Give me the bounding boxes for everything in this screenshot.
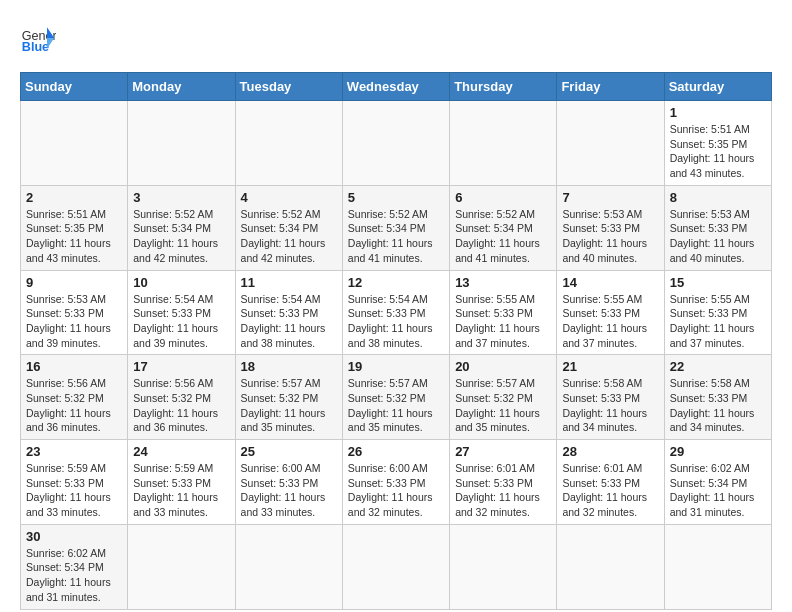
day-info: Sunrise: 5:58 AM Sunset: 5:33 PM Dayligh… [670, 376, 766, 435]
calendar-cell [235, 524, 342, 609]
day-number: 14 [562, 275, 658, 290]
calendar-cell [128, 101, 235, 186]
weekday-header-row: SundayMondayTuesdayWednesdayThursdayFrid… [21, 73, 772, 101]
logo-icon: General Blue [20, 20, 56, 56]
day-number: 16 [26, 359, 122, 374]
calendar-cell: 10Sunrise: 5:54 AM Sunset: 5:33 PM Dayli… [128, 270, 235, 355]
calendar-cell: 6Sunrise: 5:52 AM Sunset: 5:34 PM Daylig… [450, 185, 557, 270]
calendar-cell: 28Sunrise: 6:01 AM Sunset: 5:33 PM Dayli… [557, 440, 664, 525]
day-info: Sunrise: 5:59 AM Sunset: 5:33 PM Dayligh… [133, 461, 229, 520]
day-number: 26 [348, 444, 444, 459]
day-number: 13 [455, 275, 551, 290]
day-number: 3 [133, 190, 229, 205]
day-number: 12 [348, 275, 444, 290]
calendar-week-row: 1Sunrise: 5:51 AM Sunset: 5:35 PM Daylig… [21, 101, 772, 186]
page-header: General Blue [20, 20, 772, 56]
day-number: 22 [670, 359, 766, 374]
calendar-cell: 17Sunrise: 5:56 AM Sunset: 5:32 PM Dayli… [128, 355, 235, 440]
svg-text:Blue: Blue [22, 40, 49, 54]
calendar-header: SundayMondayTuesdayWednesdayThursdayFrid… [21, 73, 772, 101]
day-info: Sunrise: 5:57 AM Sunset: 5:32 PM Dayligh… [455, 376, 551, 435]
weekday-header-tuesday: Tuesday [235, 73, 342, 101]
day-info: Sunrise: 5:52 AM Sunset: 5:34 PM Dayligh… [133, 207, 229, 266]
calendar-cell: 18Sunrise: 5:57 AM Sunset: 5:32 PM Dayli… [235, 355, 342, 440]
day-info: Sunrise: 5:57 AM Sunset: 5:32 PM Dayligh… [241, 376, 337, 435]
day-number: 4 [241, 190, 337, 205]
calendar-cell: 25Sunrise: 6:00 AM Sunset: 5:33 PM Dayli… [235, 440, 342, 525]
calendar-cell [557, 524, 664, 609]
day-info: Sunrise: 6:01 AM Sunset: 5:33 PM Dayligh… [562, 461, 658, 520]
calendar-cell: 30Sunrise: 6:02 AM Sunset: 5:34 PM Dayli… [21, 524, 128, 609]
logo: General Blue [20, 20, 62, 56]
day-number: 21 [562, 359, 658, 374]
day-info: Sunrise: 5:54 AM Sunset: 5:33 PM Dayligh… [348, 292, 444, 351]
calendar-cell: 7Sunrise: 5:53 AM Sunset: 5:33 PM Daylig… [557, 185, 664, 270]
day-info: Sunrise: 5:54 AM Sunset: 5:33 PM Dayligh… [241, 292, 337, 351]
day-number: 25 [241, 444, 337, 459]
calendar-cell [128, 524, 235, 609]
day-info: Sunrise: 5:54 AM Sunset: 5:33 PM Dayligh… [133, 292, 229, 351]
day-number: 2 [26, 190, 122, 205]
day-number: 19 [348, 359, 444, 374]
weekday-header-thursday: Thursday [450, 73, 557, 101]
calendar-cell: 29Sunrise: 6:02 AM Sunset: 5:34 PM Dayli… [664, 440, 771, 525]
calendar-cell: 27Sunrise: 6:01 AM Sunset: 5:33 PM Dayli… [450, 440, 557, 525]
weekday-header-sunday: Sunday [21, 73, 128, 101]
calendar-week-row: 16Sunrise: 5:56 AM Sunset: 5:32 PM Dayli… [21, 355, 772, 440]
day-number: 10 [133, 275, 229, 290]
calendar-cell: 2Sunrise: 5:51 AM Sunset: 5:35 PM Daylig… [21, 185, 128, 270]
calendar-cell [450, 101, 557, 186]
day-number: 7 [562, 190, 658, 205]
day-number: 18 [241, 359, 337, 374]
calendar-cell [235, 101, 342, 186]
calendar-cell: 8Sunrise: 5:53 AM Sunset: 5:33 PM Daylig… [664, 185, 771, 270]
calendar-cell: 22Sunrise: 5:58 AM Sunset: 5:33 PM Dayli… [664, 355, 771, 440]
calendar-table: SundayMondayTuesdayWednesdayThursdayFrid… [20, 72, 772, 610]
calendar-cell: 12Sunrise: 5:54 AM Sunset: 5:33 PM Dayli… [342, 270, 449, 355]
calendar-week-row: 30Sunrise: 6:02 AM Sunset: 5:34 PM Dayli… [21, 524, 772, 609]
day-info: Sunrise: 5:59 AM Sunset: 5:33 PM Dayligh… [26, 461, 122, 520]
calendar-week-row: 23Sunrise: 5:59 AM Sunset: 5:33 PM Dayli… [21, 440, 772, 525]
calendar-cell: 26Sunrise: 6:00 AM Sunset: 5:33 PM Dayli… [342, 440, 449, 525]
calendar-cell: 16Sunrise: 5:56 AM Sunset: 5:32 PM Dayli… [21, 355, 128, 440]
calendar-cell: 24Sunrise: 5:59 AM Sunset: 5:33 PM Dayli… [128, 440, 235, 525]
calendar-body: 1Sunrise: 5:51 AM Sunset: 5:35 PM Daylig… [21, 101, 772, 610]
day-info: Sunrise: 6:00 AM Sunset: 5:33 PM Dayligh… [348, 461, 444, 520]
day-number: 9 [26, 275, 122, 290]
day-info: Sunrise: 6:02 AM Sunset: 5:34 PM Dayligh… [670, 461, 766, 520]
day-info: Sunrise: 6:01 AM Sunset: 5:33 PM Dayligh… [455, 461, 551, 520]
day-number: 24 [133, 444, 229, 459]
day-number: 5 [348, 190, 444, 205]
day-info: Sunrise: 5:52 AM Sunset: 5:34 PM Dayligh… [348, 207, 444, 266]
calendar-cell: 14Sunrise: 5:55 AM Sunset: 5:33 PM Dayli… [557, 270, 664, 355]
calendar-cell: 20Sunrise: 5:57 AM Sunset: 5:32 PM Dayli… [450, 355, 557, 440]
day-info: Sunrise: 5:56 AM Sunset: 5:32 PM Dayligh… [26, 376, 122, 435]
calendar-cell: 1Sunrise: 5:51 AM Sunset: 5:35 PM Daylig… [664, 101, 771, 186]
day-number: 1 [670, 105, 766, 120]
day-info: Sunrise: 5:53 AM Sunset: 5:33 PM Dayligh… [670, 207, 766, 266]
day-number: 23 [26, 444, 122, 459]
day-number: 29 [670, 444, 766, 459]
day-number: 6 [455, 190, 551, 205]
day-info: Sunrise: 5:56 AM Sunset: 5:32 PM Dayligh… [133, 376, 229, 435]
calendar-cell: 23Sunrise: 5:59 AM Sunset: 5:33 PM Dayli… [21, 440, 128, 525]
calendar-cell: 21Sunrise: 5:58 AM Sunset: 5:33 PM Dayli… [557, 355, 664, 440]
calendar-cell [557, 101, 664, 186]
calendar-cell: 19Sunrise: 5:57 AM Sunset: 5:32 PM Dayli… [342, 355, 449, 440]
day-info: Sunrise: 5:55 AM Sunset: 5:33 PM Dayligh… [455, 292, 551, 351]
calendar-cell [450, 524, 557, 609]
calendar-cell [21, 101, 128, 186]
day-info: Sunrise: 5:53 AM Sunset: 5:33 PM Dayligh… [26, 292, 122, 351]
day-info: Sunrise: 5:55 AM Sunset: 5:33 PM Dayligh… [562, 292, 658, 351]
calendar-cell: 5Sunrise: 5:52 AM Sunset: 5:34 PM Daylig… [342, 185, 449, 270]
day-info: Sunrise: 5:53 AM Sunset: 5:33 PM Dayligh… [562, 207, 658, 266]
weekday-header-saturday: Saturday [664, 73, 771, 101]
calendar-cell: 9Sunrise: 5:53 AM Sunset: 5:33 PM Daylig… [21, 270, 128, 355]
day-info: Sunrise: 6:02 AM Sunset: 5:34 PM Dayligh… [26, 546, 122, 605]
calendar-week-row: 2Sunrise: 5:51 AM Sunset: 5:35 PM Daylig… [21, 185, 772, 270]
day-info: Sunrise: 5:57 AM Sunset: 5:32 PM Dayligh… [348, 376, 444, 435]
calendar-cell [664, 524, 771, 609]
calendar-cell: 13Sunrise: 5:55 AM Sunset: 5:33 PM Dayli… [450, 270, 557, 355]
calendar-cell [342, 101, 449, 186]
day-info: Sunrise: 5:51 AM Sunset: 5:35 PM Dayligh… [26, 207, 122, 266]
